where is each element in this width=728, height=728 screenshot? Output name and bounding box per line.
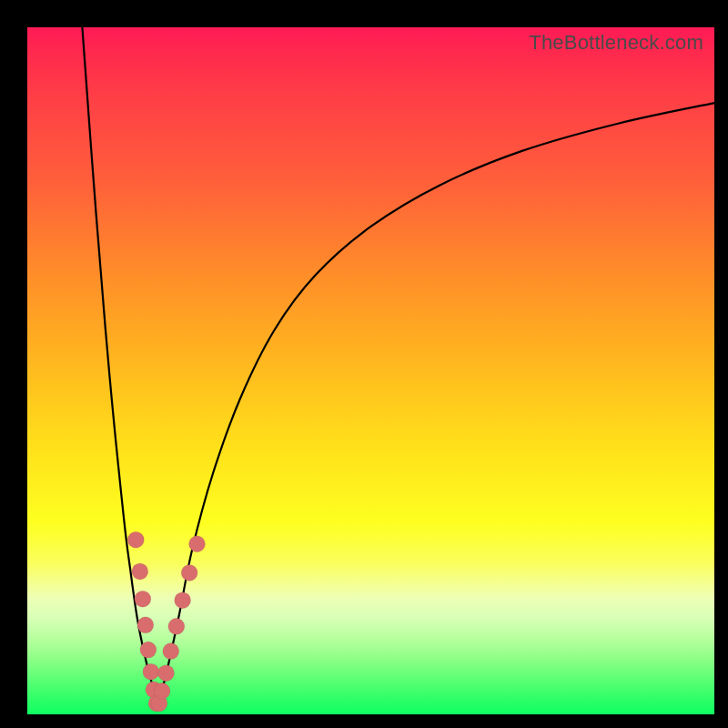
data-marker [135,591,151,607]
data-marker [137,617,154,633]
plot-area: TheBottleneck.com [27,27,714,714]
data-marker [132,563,148,580]
data-marker [163,643,179,660]
data-marker [140,642,157,658]
markers-group [127,531,205,712]
data-marker [175,592,191,609]
curve-right-branch [157,103,714,701]
data-marker [143,663,159,680]
data-marker [188,536,205,552]
data-marker [158,665,175,682]
chart-frame: TheBottleneck.com [0,0,728,728]
data-marker [181,564,197,581]
data-marker [154,682,170,699]
data-marker [127,531,144,548]
data-marker [168,618,185,634]
chart-svg [27,27,714,714]
